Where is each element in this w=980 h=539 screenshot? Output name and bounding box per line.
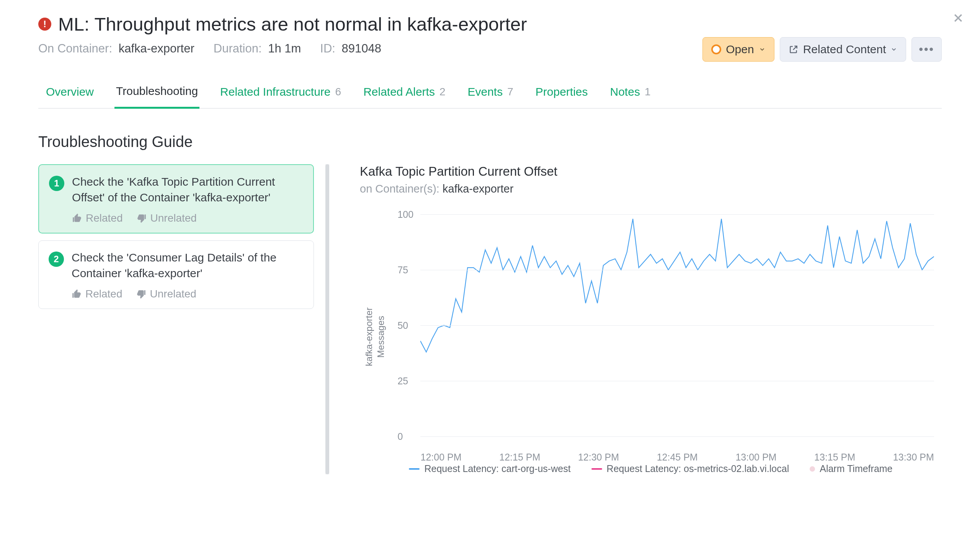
tab-overview[interactable]: Overview [44,80,95,108]
external-link-icon [789,44,799,54]
legend-swatch [591,468,602,470]
thumbs-up-icon [72,213,82,223]
thumbs-up-icon [72,289,82,299]
guide-item-title: Check the 'Kafka Topic Partition Current… [72,174,303,205]
tab-properties[interactable]: Properties [534,80,590,108]
tab-related-infra[interactable]: Related Infrastructure 6 [219,80,343,108]
legend-swatch [810,466,815,472]
guide-item-2[interactable]: 2 Check the 'Consumer Lag Details' of th… [38,240,314,309]
tab-events[interactable]: Events 7 [466,80,514,108]
legend-item: Request Latency: cart-org-us-west [409,463,570,474]
more-actions-button[interactable]: ••• [911,37,942,62]
duration-meta: Duration: 1h 1m [214,42,301,56]
open-status-button[interactable]: Open [702,37,774,62]
section-title: Troubleshooting Guide [38,133,942,150]
detail-panel: Kafka Topic Partition Current Offset on … [329,164,942,474]
page-title: ! ML: Throughput metrics are not normal … [38,13,702,35]
tabs: Overview Troubleshooting Related Infrast… [38,80,942,109]
chevron-down-icon [890,46,897,53]
feedback-related-button[interactable]: Related [72,288,122,300]
page-title-text: ML: Throughput metrics are not normal in… [58,13,527,35]
feedback-related-button[interactable]: Related [72,212,123,224]
feedback-unrelated-button[interactable]: Unrelated [136,288,196,300]
tab-troubleshooting[interactable]: Troubleshooting [114,80,199,109]
id-meta: ID: 891048 [320,42,381,56]
alert-icon: ! [38,18,51,31]
thumbs-down-icon [136,289,146,299]
chart-legend: Request Latency: cart-org-us-west Reques… [360,463,942,474]
plot-area[interactable]: 0255075100 [420,214,934,436]
guide-list: 1 Check the 'Kafka Topic Partition Curre… [38,164,329,474]
tab-notes[interactable]: Notes 1 [609,80,652,108]
legend-item: Alarm Timeframe [810,463,892,474]
header: ! ML: Throughput metrics are not normal … [38,13,942,62]
related-content-button[interactable]: Related Content [780,37,906,62]
tab-related-alerts[interactable]: Related Alerts 2 [362,80,447,108]
status-ring-icon [711,44,721,54]
guide-item-1[interactable]: 1 Check the 'Kafka Topic Partition Curre… [38,164,314,234]
container-meta: On Container: kafka-exporter [38,42,194,56]
feedback-unrelated-button[interactable]: Unrelated [137,212,197,224]
header-actions: Open Related Content ••• [702,37,942,62]
panel-title: Kafka Topic Partition Current Offset [360,164,942,179]
meta-row: On Container: kafka-exporter Duration: 1… [38,42,702,56]
step-badge: 2 [49,252,64,267]
chevron-down-icon [759,46,766,53]
panel-subtitle: on Container(s): kafka-exporter [360,183,942,195]
legend-item: Request Latency: os-metrics-02.lab.vi.lo… [591,463,789,474]
y-axis-label: kafka-exporter Messages [360,307,390,366]
step-badge: 1 [49,176,64,191]
thumbs-down-icon [137,213,147,223]
close-icon[interactable] [952,12,964,25]
guide-item-title: Check the 'Consumer Lag Details' of the … [72,250,304,281]
legend-swatch [409,468,420,470]
chart: kafka-exporter Messages 0255075100 12:00… [360,214,942,459]
